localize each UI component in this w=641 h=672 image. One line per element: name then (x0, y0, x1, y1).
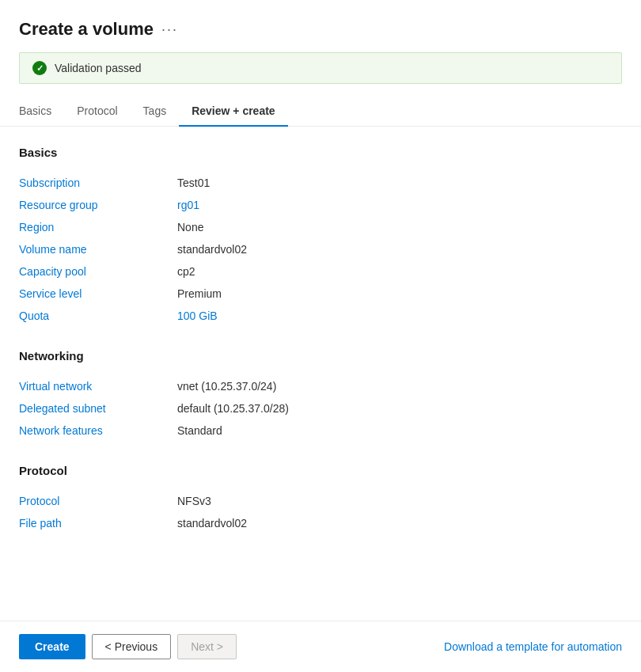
field-label-network-features: Network features (19, 424, 177, 437)
field-delegated-subnet: Delegated subnet default (10.25.37.0/28) (19, 397, 622, 420)
basics-section-title: Basics (19, 146, 622, 159)
field-quota: Quota 100 GiB (19, 305, 622, 327)
tab-protocol[interactable]: Protocol (64, 97, 130, 127)
field-subscription: Subscription Test01 (19, 172, 622, 194)
field-value-subscription: Test01 (177, 177, 210, 189)
field-network-features: Network features Standard (19, 420, 622, 442)
previous-button[interactable]: < Previous (92, 634, 172, 659)
field-value-delegated-subnet: default (10.25.37.0/28) (177, 402, 289, 415)
more-options-icon[interactable]: ··· (161, 21, 178, 38)
field-value-virtual-network: vnet (10.25.37.0/24) (177, 380, 276, 393)
field-label-region: Region (19, 221, 177, 233)
field-value-volume-name: standardvol02 (177, 243, 247, 256)
field-value-protocol: NFSv3 (177, 495, 211, 507)
basics-section: Basics Subscription Test01 Resource grou… (19, 146, 622, 327)
field-value-service-level: Premium (177, 287, 222, 300)
field-value-region: None (177, 221, 203, 233)
networking-section: Networking Virtual network vnet (10.25.3… (19, 349, 622, 442)
content-area: Basics Subscription Test01 Resource grou… (0, 127, 641, 621)
field-label-virtual-network: Virtual network (19, 380, 177, 393)
field-value-file-path: standardvol02 (177, 517, 247, 530)
tab-review-create[interactable]: Review + create (179, 97, 287, 127)
field-value-capacity-pool: cp2 (177, 265, 195, 278)
field-label-delegated-subnet: Delegated subnet (19, 402, 177, 415)
field-value-resource-group[interactable]: rg01 (177, 199, 199, 211)
create-button[interactable]: Create (19, 634, 85, 659)
field-virtual-network: Virtual network vnet (10.25.37.0/24) (19, 375, 622, 397)
tabs-bar: Basics Protocol Tags Review + create (0, 97, 641, 127)
field-label-protocol: Protocol (19, 495, 177, 507)
field-value-network-features: Standard (177, 424, 222, 437)
field-label-service-level: Service level (19, 287, 177, 300)
field-label-file-path: File path (19, 517, 177, 530)
field-value-quota: 100 GiB (177, 309, 218, 322)
page-title: Create a volume (19, 19, 154, 40)
validation-text: Validation passed (55, 62, 141, 74)
field-protocol: Protocol NFSv3 (19, 490, 622, 512)
field-region: Region None (19, 216, 622, 238)
page-container: Create a volume ··· Validation passed Ba… (0, 0, 641, 672)
field-label-quota: Quota (19, 309, 177, 322)
tab-basics[interactable]: Basics (19, 97, 64, 127)
field-label-capacity-pool: Capacity pool (19, 265, 177, 278)
field-label-resource-group: Resource group (19, 199, 177, 211)
field-file-path: File path standardvol02 (19, 512, 622, 534)
footer: Create < Previous Next > Download a temp… (0, 621, 641, 672)
field-resource-group: Resource group rg01 (19, 194, 622, 216)
field-label-volume-name: Volume name (19, 243, 177, 256)
field-service-level: Service level Premium (19, 283, 622, 305)
protocol-section-title: Protocol (19, 464, 622, 477)
field-label-subscription: Subscription (19, 177, 177, 189)
next-button: Next > (177, 634, 237, 659)
header: Create a volume ··· (0, 0, 641, 40)
protocol-section: Protocol Protocol NFSv3 File path standa… (19, 464, 622, 534)
field-capacity-pool: Capacity pool cp2 (19, 260, 622, 283)
networking-section-title: Networking (19, 349, 622, 363)
automation-template-link[interactable]: Download a template for automation (444, 640, 622, 653)
validation-check-icon (32, 61, 47, 75)
tab-tags[interactable]: Tags (131, 97, 180, 127)
field-volume-name: Volume name standardvol02 (19, 238, 622, 260)
validation-banner: Validation passed (19, 52, 622, 84)
